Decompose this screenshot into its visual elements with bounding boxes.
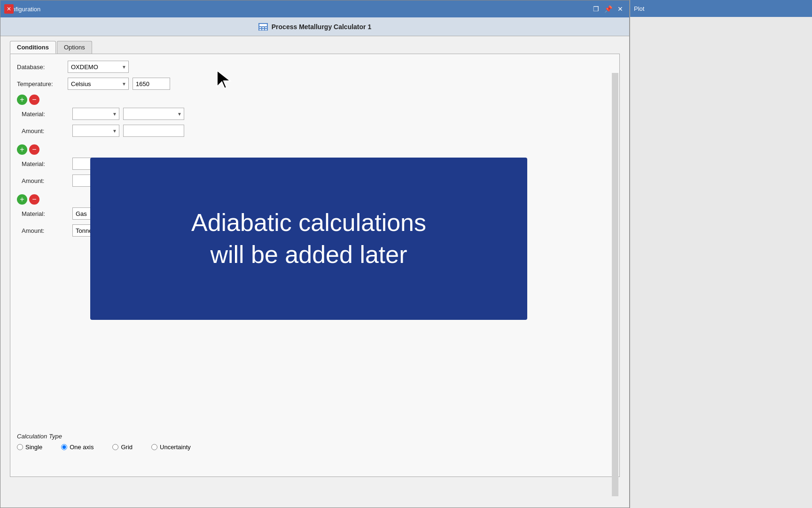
svg-rect-3 bbox=[262, 27, 264, 28]
restore-button[interactable]: ❐ bbox=[591, 4, 601, 14]
section2-material-label: Material: bbox=[22, 160, 69, 167]
section2-add-button[interactable]: + bbox=[17, 144, 27, 155]
section1-mat-sub-wrapper: ▼ bbox=[123, 108, 184, 120]
radio-single-input[interactable] bbox=[17, 444, 23, 450]
database-select[interactable]: OXDEMO STEEL SLAG bbox=[68, 61, 129, 73]
title-bar-controls: ❐ 📌 ✕ bbox=[591, 4, 625, 14]
calculator-icon bbox=[258, 23, 268, 31]
database-row: Database: OXDEMO STEEL SLAG ▼ bbox=[17, 61, 613, 73]
temperature-label: Temperature: bbox=[17, 80, 64, 87]
section1-material: Material: ▼ ▼ Amount: bbox=[17, 108, 613, 137]
radio-uncertainty[interactable]: Uncertainty bbox=[151, 444, 191, 451]
vertical-scrollbar[interactable] bbox=[612, 73, 618, 496]
radio-one-axis-label: One axis bbox=[70, 444, 94, 451]
right-panel-title: Plot bbox=[630, 0, 812, 17]
title-bar-left: ✕ Configuration bbox=[4, 6, 40, 13]
radio-grid-input[interactable] bbox=[112, 444, 118, 450]
section1-amount-input[interactable] bbox=[123, 125, 184, 137]
tab-conditions[interactable]: Conditions bbox=[10, 41, 56, 54]
svg-rect-5 bbox=[259, 29, 261, 30]
content-area: Conditions Options Database: OXDEMO STEE… bbox=[0, 36, 629, 482]
radio-single-label: Single bbox=[25, 444, 42, 451]
database-label: Database: bbox=[17, 64, 64, 71]
section3-amount-label: Amount: bbox=[22, 227, 69, 234]
tab-content-conditions: Database: OXDEMO STEEL SLAG ▼ Temperatur… bbox=[10, 54, 620, 477]
svg-rect-1 bbox=[259, 24, 267, 26]
tabs-bar: Conditions Options bbox=[10, 41, 620, 54]
temperature-unit-wrapper: Celsius Kelvin Fahrenheit ▼ bbox=[68, 78, 129, 90]
svg-rect-6 bbox=[262, 29, 264, 30]
calculation-type-section: Calculation Type Single One axis Grid bbox=[17, 433, 613, 451]
section1-add-button[interactable]: + bbox=[17, 95, 27, 105]
section1-remove-button[interactable]: − bbox=[29, 95, 39, 105]
section1-amount-unit-select[interactable] bbox=[72, 125, 119, 137]
right-panel: Plot bbox=[630, 0, 812, 508]
close-button[interactable]: ✕ bbox=[615, 4, 625, 14]
radio-uncertainty-label: Uncertainty bbox=[160, 444, 191, 451]
section1-controls: + − bbox=[17, 95, 613, 105]
section2-controls: + − bbox=[17, 144, 613, 155]
pin-button[interactable]: 📌 bbox=[603, 4, 613, 14]
main-header-title: Process Metallurgy Calculator 1 bbox=[272, 23, 371, 31]
radio-one-axis-input[interactable] bbox=[61, 444, 67, 450]
radio-grid-label: Grid bbox=[121, 444, 133, 451]
window-x-button[interactable]: ✕ bbox=[4, 4, 14, 14]
section3-remove-button[interactable]: − bbox=[29, 194, 39, 205]
radio-uncertainty-input[interactable] bbox=[151, 444, 157, 450]
section1-material-label: Material: bbox=[22, 111, 69, 118]
main-header: Process Metallurgy Calculator 1 bbox=[0, 17, 629, 36]
temperature-unit-select[interactable]: Celsius Kelvin Fahrenheit bbox=[68, 78, 129, 90]
database-select-wrapper: OXDEMO STEEL SLAG ▼ bbox=[68, 61, 129, 73]
temperature-input[interactable] bbox=[133, 78, 170, 90]
radio-row: Single One axis Grid Uncertainty bbox=[17, 444, 613, 451]
svg-rect-7 bbox=[265, 29, 267, 30]
svg-rect-2 bbox=[259, 27, 261, 28]
svg-rect-4 bbox=[265, 27, 267, 28]
calculation-type-title: Calculation Type bbox=[17, 433, 613, 440]
temperature-row: Temperature: Celsius Kelvin Fahrenheit ▼ bbox=[17, 78, 613, 90]
section1-mat-type-wrapper: ▼ bbox=[72, 108, 119, 120]
section1-material-subtype-select[interactable] bbox=[123, 108, 184, 120]
overlay-text: Adiabatic calculations will be added lat… bbox=[191, 207, 426, 270]
section3-add-button[interactable]: + bbox=[17, 194, 27, 205]
section1-amount-row: Amount: ▼ bbox=[22, 125, 613, 137]
overlay-banner: Adiabatic calculations will be added lat… bbox=[90, 158, 527, 320]
main-window: ✕ Configuration ❐ 📌 ✕ Process Metallurgy… bbox=[0, 0, 630, 508]
radio-one-axis[interactable]: One axis bbox=[61, 444, 94, 451]
tab-options[interactable]: Options bbox=[57, 41, 92, 54]
section3-material-label: Material: bbox=[22, 210, 69, 217]
section1-material-row: Material: ▼ ▼ bbox=[22, 108, 613, 120]
title-bar: ✕ Configuration ❐ 📌 ✕ bbox=[0, 0, 629, 17]
section2-remove-button[interactable]: − bbox=[29, 144, 39, 155]
radio-single[interactable]: Single bbox=[17, 444, 42, 451]
radio-grid[interactable]: Grid bbox=[112, 444, 133, 451]
section1-amount-label: Amount: bbox=[22, 127, 69, 135]
section2-amount-label: Amount: bbox=[22, 177, 69, 184]
section1-material-type-select[interactable] bbox=[72, 108, 119, 120]
section1-amount-unit-wrapper: ▼ bbox=[72, 125, 119, 137]
